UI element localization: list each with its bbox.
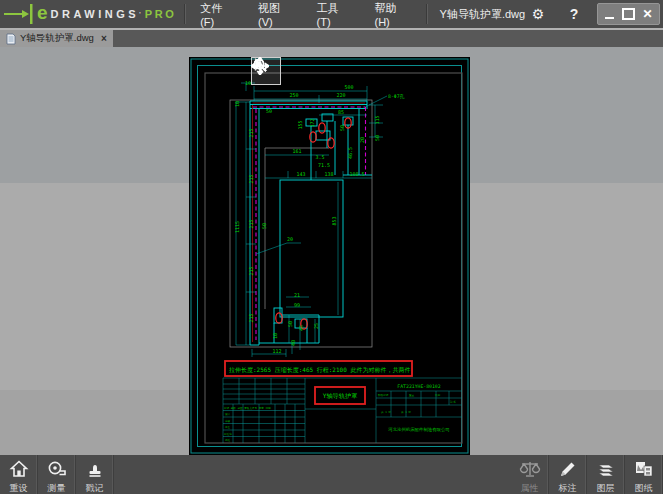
logo-drawings: DRAWINGS xyxy=(51,8,140,20)
dimension-label: 1115 xyxy=(234,221,240,233)
main-area: 105002502201050851551721155050202151613.… xyxy=(0,47,663,455)
sheets-label: 图纸 xyxy=(635,482,653,494)
mass-properties-button: 属性 xyxy=(511,455,549,494)
title-block-label: 审核 xyxy=(225,419,231,423)
tab-label: Y轴导轨护罩.dwg xyxy=(20,32,94,45)
part-number: FAT221YHE-80102 xyxy=(397,384,440,389)
dimension-label: 215 xyxy=(248,313,254,322)
dimension-label: 45 xyxy=(298,325,304,331)
title-block-label: 共 1 张 xyxy=(381,410,391,414)
layers-button[interactable]: 图层 xyxy=(587,455,625,494)
drawing-canvas[interactable]: 105002502201050851551721155050202151613.… xyxy=(189,57,470,455)
dimension-label: 215 xyxy=(248,174,254,183)
dimension-label: 155 xyxy=(297,120,303,129)
document-icon xyxy=(6,33,16,45)
dimension-label: 172 xyxy=(309,118,315,127)
menu-file[interactable]: 文件(F) xyxy=(200,1,236,28)
close-icon: ✕ xyxy=(642,7,652,21)
dimension-label: 20 xyxy=(359,137,365,143)
reset-button[interactable]: 重设 xyxy=(0,455,38,494)
dimension-label: 215 xyxy=(248,128,254,137)
dimension-label: 10 xyxy=(234,101,240,107)
dimension-label: 220 xyxy=(336,92,345,98)
stamp-label: 戳记 xyxy=(86,482,104,494)
menu-tools[interactable]: 工具(T) xyxy=(317,1,353,28)
dimension-label: 25 xyxy=(313,323,319,329)
title-block-label: 批准 xyxy=(225,438,231,442)
highlight-ellipse xyxy=(319,123,325,133)
dimension-label: 853 xyxy=(331,216,337,225)
dimension-label: 115 xyxy=(374,115,380,124)
edrawings-arrow-icon xyxy=(2,0,36,28)
maximize-button[interactable] xyxy=(619,5,638,23)
home-icon xyxy=(9,459,29,479)
edrawings-logo: e DRAWINGS ’ PRO xyxy=(0,0,184,28)
reset-label: 重设 xyxy=(10,482,28,494)
view-toolbar xyxy=(251,57,413,85)
title-block-label: 设计 xyxy=(225,412,231,416)
menu-view[interactable]: 视图(V) xyxy=(258,1,295,28)
title-block-label: 1:6 xyxy=(450,400,456,404)
zoom-tool-button[interactable] xyxy=(352,58,380,84)
dimension-label: 112 xyxy=(272,348,281,354)
dimension-label: 138 xyxy=(324,171,333,177)
zoom-fit-tool-button[interactable] xyxy=(319,58,347,84)
dimension-label: 50 xyxy=(374,135,380,141)
hole-callout: 8-Φ7孔 xyxy=(388,93,405,100)
measure-button[interactable]: 测量 xyxy=(38,455,76,494)
title-block-label: 标记 处数 分区 更改文件号 签字 日期 xyxy=(223,406,271,410)
dimension-label: 50 xyxy=(266,108,272,114)
mass-properties-label: 属性 xyxy=(521,482,539,494)
menu-help[interactable]: 帮助(H) xyxy=(374,1,411,28)
dimension-label: 215 xyxy=(248,266,254,275)
close-button[interactable]: ✕ xyxy=(638,5,657,23)
dimension-label: 40 xyxy=(290,340,296,346)
dimension-label: 21 xyxy=(294,292,300,298)
maximize-icon xyxy=(622,8,635,20)
title-bar: e DRAWINGS ’ PRO 文件(F) 视图(V) 工具(T) 帮助(H)… xyxy=(0,0,663,28)
title-block-label: 比例 xyxy=(435,393,441,397)
logo-e: e xyxy=(37,2,48,24)
dimension-label: 10 xyxy=(272,333,278,339)
title-block-label: 标准化 xyxy=(223,432,232,436)
sheets-button[interactable]: 图纸 xyxy=(625,455,663,494)
tab-bar: Y轴导轨护罩.dwg × xyxy=(0,28,663,47)
dimension-label: 215 xyxy=(248,219,254,228)
pencil-icon xyxy=(558,459,578,479)
zoom-area-icon xyxy=(251,57,269,75)
layers-label: 图层 xyxy=(597,482,615,494)
dimension-label: 250 xyxy=(289,92,298,98)
dimension-label: 161 xyxy=(292,148,301,154)
dimension-label: 99 xyxy=(294,302,300,308)
bottom-toolbar-left: 重设 测量 戳记 xyxy=(0,455,114,494)
sheets-icon xyxy=(633,459,655,479)
stamp-button[interactable]: 戳记 xyxy=(76,455,114,494)
company-name: 河北沧州机床附件制造有限公司 xyxy=(388,427,449,433)
markup-button[interactable]: 标注 xyxy=(549,455,587,494)
dimension-label: 71.5 xyxy=(318,162,330,168)
minimize-icon xyxy=(605,17,614,19)
title-block-label: 阶段标记 xyxy=(378,393,389,397)
help-icon[interactable]: ? xyxy=(561,6,587,22)
settings-gear-icon[interactable]: ⚙ xyxy=(525,6,551,22)
minimize-button[interactable] xyxy=(600,5,619,23)
dimension-label: 108.5 xyxy=(349,171,364,177)
bottom-toolbar: 重设 测量 戳记 xyxy=(0,455,663,494)
tab-document[interactable]: Y轴导轨护罩.dwg × xyxy=(0,30,113,47)
window-doc-title: Y轴导轨护罩.dwg xyxy=(428,7,526,22)
tab-close-icon[interactable]: × xyxy=(101,33,107,44)
dimension-label: 143 xyxy=(296,171,305,177)
zoom-area-tool-button[interactable] xyxy=(385,58,413,84)
bottom-toolbar-right: 属性 标注 图层 xyxy=(511,455,663,494)
measure-label: 测量 xyxy=(48,482,66,494)
dimension-label: 46.5 xyxy=(347,147,353,159)
window-controls: ✕ xyxy=(597,3,660,25)
pan-tool-button[interactable] xyxy=(286,58,314,84)
title-block-label: 第 1 张 xyxy=(401,410,411,414)
dimension-label: 3.5 xyxy=(315,154,324,160)
dimension-label: 50 xyxy=(261,223,267,229)
cad-drawing-svg: 105002502201050851551721155050202151613.… xyxy=(189,57,470,455)
dimension-label: 50 xyxy=(339,125,345,131)
highlight-marks xyxy=(276,118,351,329)
highlight-ellipse xyxy=(276,313,282,323)
